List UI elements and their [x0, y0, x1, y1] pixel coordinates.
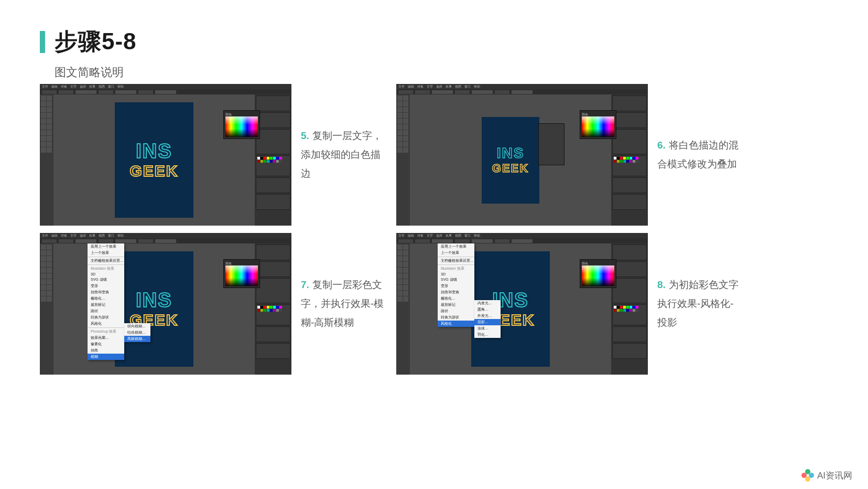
- illustrator-window: 文件编辑对象文字选择效果视图窗口帮助 INS GEEK 应用上一个效果 上一个效…: [40, 233, 291, 375]
- swatches-panel: [256, 155, 290, 176]
- illustrator-menubar: 文件编辑对象文字选择效果视图窗口帮助: [40, 84, 291, 89]
- right-panels: [255, 94, 291, 226]
- step-text: 复制一层彩色文字，并执行效果-模糊-高斯模糊: [301, 279, 384, 328]
- illustrator-window: 文件编辑对象文字选择效果视图窗口帮助 INS GEEK 应用上一个效果 上一个效…: [396, 233, 648, 375]
- watermark-text: AI资讯网: [817, 470, 852, 482]
- step-5-caption: 5.复制一层文字，添加较细的白色描边: [291, 84, 396, 226]
- step-7-caption: 7.复制一层彩色文字，并执行效果-模糊-高斯模糊: [291, 233, 396, 375]
- tools-panel: [40, 94, 53, 226]
- accent-bar: [40, 31, 45, 53]
- step-number: 5.: [301, 130, 309, 141]
- page-header: 步骤5-8 图文简略说明: [40, 26, 137, 80]
- color-picker-panel: 颜色: [580, 110, 616, 139]
- effect-menu: 应用上一个效果 上一个效果 文档栅格效果设置… Illustrator 效果 3…: [438, 243, 474, 327]
- step-6-screenshot: 文件编辑对象文字选择效果视图窗口帮助 INS GEEK 颜色: [396, 84, 648, 226]
- effect-menu: 应用上一个效果 上一个效果 文档栅格效果设置… Illustrator 效果 3…: [88, 243, 124, 360]
- step-6-caption: 6.将白色描边的混合模式修改为叠加: [648, 84, 753, 226]
- blur-submenu: 径向模糊… 特殊模糊… 高斯模糊…: [124, 323, 150, 342]
- step-number: 8.: [657, 279, 666, 290]
- illustrator-control-bar: [40, 89, 291, 94]
- stylize-submenu: 内发光… 圆角… 外发光… 投影… 涂抹… 羽化…: [474, 300, 501, 338]
- step-text: 复制一层文字，添加较细的白色描边: [301, 130, 382, 179]
- artboard: INS GEEK: [115, 102, 193, 218]
- step-8-screenshot: 文件编辑对象文字选择效果视图窗口帮助 INS GEEK 应用上一个效果 上一个效…: [396, 233, 648, 375]
- color-picker-panel: 颜色: [223, 110, 260, 139]
- step-text: 为初始彩色文字执行效果-风格化-投影: [657, 279, 739, 328]
- text-ins: INS: [136, 141, 172, 161]
- watermark-logo-icon: [801, 469, 814, 482]
- step-number: 6.: [657, 140, 666, 151]
- watermark: AI资讯网: [801, 469, 852, 482]
- illustrator-window: 文件编辑对象文字选择效果视图窗口帮助: [40, 84, 291, 226]
- canvas: INS GEEK 颜色: [53, 94, 255, 226]
- page-subtitle: 图文简略说明: [55, 65, 137, 80]
- step-5-screenshot: 文件编辑对象文字选择效果视图窗口帮助: [40, 84, 291, 226]
- transparency-panel: [538, 123, 565, 165]
- step-text: 将白色描边的混合模式修改为叠加: [657, 140, 739, 169]
- illustrator-window: 文件编辑对象文字选择效果视图窗口帮助 INS GEEK 颜色: [396, 84, 648, 226]
- step-7-screenshot: 文件编辑对象文字选择效果视图窗口帮助 INS GEEK 应用上一个效果 上一个效…: [40, 233, 291, 375]
- steps-grid: 文件编辑对象文字选择效果视图窗口帮助: [40, 84, 753, 375]
- step-8-caption: 8.为初始彩色文字执行效果-风格化-投影: [648, 233, 753, 375]
- page-title: 步骤5-8: [55, 26, 137, 57]
- step-number: 7.: [301, 279, 309, 290]
- text-geek: GEEK: [129, 163, 178, 179]
